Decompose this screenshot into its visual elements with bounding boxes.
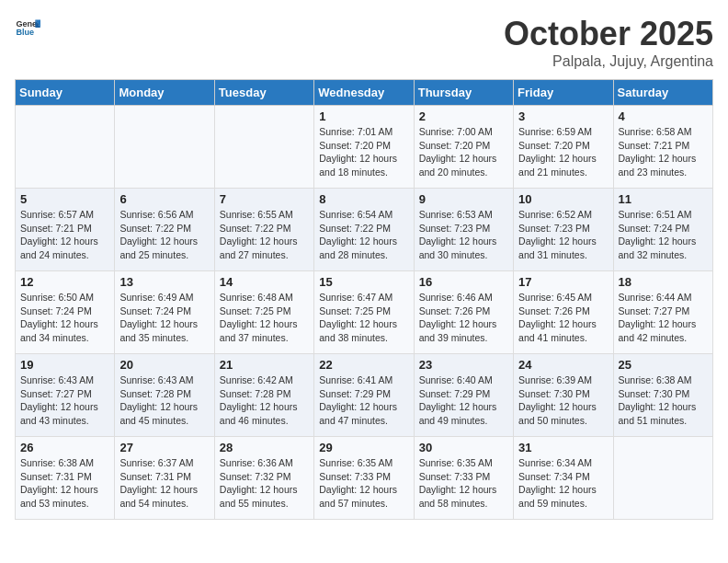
calendar-cell — [16, 106, 115, 189]
week-row-4: 19Sunrise: 6:43 AM Sunset: 7:27 PM Dayli… — [16, 354, 713, 437]
cell-text: Sunrise: 6:39 AM Sunset: 7:30 PM Dayligh… — [518, 373, 608, 428]
day-number: 5 — [20, 192, 109, 206]
week-row-2: 5Sunrise: 6:57 AM Sunset: 7:21 PM Daylig… — [16, 189, 713, 271]
calendar-cell: 24Sunrise: 6:39 AM Sunset: 7:30 PM Dayli… — [514, 354, 613, 437]
cell-text: Sunrise: 6:50 AM Sunset: 7:24 PM Dayligh… — [20, 291, 109, 345]
calendar-cell: 9Sunrise: 6:53 AM Sunset: 7:23 PM Daylig… — [414, 189, 513, 271]
day-number: 30 — [419, 441, 508, 454]
calendar-cell — [214, 106, 313, 189]
calendar-cell: 13Sunrise: 6:49 AM Sunset: 7:24 PM Dayli… — [115, 271, 214, 354]
day-number: 10 — [518, 192, 608, 206]
calendar-cell: 16Sunrise: 6:46 AM Sunset: 7:26 PM Dayli… — [414, 271, 513, 354]
day-number: 25 — [619, 358, 708, 372]
header: General Blue October 2025 Palpala, Jujuy… — [15, 15, 713, 70]
cell-text: Sunrise: 6:52 AM Sunset: 7:23 PM Dayligh… — [518, 208, 608, 262]
weekday-header-wednesday: Wednesday — [314, 80, 414, 106]
calendar-cell: 21Sunrise: 6:42 AM Sunset: 7:28 PM Dayli… — [214, 354, 313, 437]
calendar-cell — [115, 106, 214, 189]
day-number: 2 — [419, 109, 508, 123]
calendar-cell: 23Sunrise: 6:40 AM Sunset: 7:29 PM Dayli… — [414, 354, 513, 437]
cell-text: Sunrise: 6:44 AM Sunset: 7:27 PM Dayligh… — [619, 291, 708, 345]
calendar-cell: 17Sunrise: 6:45 AM Sunset: 7:26 PM Dayli… — [514, 271, 613, 354]
calendar-cell: 3Sunrise: 6:59 AM Sunset: 7:20 PM Daylig… — [514, 106, 613, 189]
day-number: 12 — [20, 275, 109, 289]
calendar-cell: 28Sunrise: 6:36 AM Sunset: 7:32 PM Dayli… — [214, 437, 313, 520]
cell-text: Sunrise: 6:57 AM Sunset: 7:21 PM Dayligh… — [20, 208, 109, 262]
cell-text: Sunrise: 6:38 AM Sunset: 7:30 PM Dayligh… — [619, 373, 708, 428]
title-area: October 2025 Palpala, Jujuy, Argentina — [504, 15, 713, 70]
calendar-cell: 14Sunrise: 6:48 AM Sunset: 7:25 PM Dayli… — [214, 271, 313, 354]
logo: General Blue — [15, 15, 40, 40]
day-number: 21 — [220, 358, 309, 372]
weekday-header-thursday: Thursday — [414, 80, 513, 106]
cell-text: Sunrise: 6:42 AM Sunset: 7:28 PM Dayligh… — [220, 373, 309, 428]
svg-text:Blue: Blue — [16, 28, 34, 37]
cell-text: Sunrise: 6:46 AM Sunset: 7:26 PM Dayligh… — [419, 291, 508, 345]
cell-text: Sunrise: 6:55 AM Sunset: 7:22 PM Dayligh… — [220, 208, 309, 262]
calendar-table: SundayMondayTuesdayWednesdayThursdayFrid… — [15, 79, 713, 520]
calendar-cell: 2Sunrise: 7:00 AM Sunset: 7:20 PM Daylig… — [414, 106, 513, 189]
cell-text: Sunrise: 6:40 AM Sunset: 7:29 PM Dayligh… — [419, 373, 508, 428]
cell-text: Sunrise: 6:47 AM Sunset: 7:25 PM Dayligh… — [319, 291, 408, 345]
cell-text: Sunrise: 6:37 AM Sunset: 7:31 PM Dayligh… — [119, 456, 209, 511]
day-number: 4 — [619, 109, 708, 123]
weekday-header-monday: Monday — [115, 80, 214, 106]
day-number: 23 — [419, 358, 508, 372]
weekday-header-friday: Friday — [514, 80, 613, 106]
day-number: 22 — [319, 358, 408, 372]
calendar-cell: 19Sunrise: 6:43 AM Sunset: 7:27 PM Dayli… — [16, 354, 115, 437]
cell-text: Sunrise: 6:48 AM Sunset: 7:25 PM Dayligh… — [220, 291, 309, 345]
cell-text: Sunrise: 6:35 AM Sunset: 7:33 PM Dayligh… — [419, 456, 508, 511]
cell-text: Sunrise: 7:01 AM Sunset: 7:20 PM Dayligh… — [319, 125, 408, 179]
calendar-cell: 10Sunrise: 6:52 AM Sunset: 7:23 PM Dayli… — [514, 189, 613, 271]
week-row-3: 12Sunrise: 6:50 AM Sunset: 7:24 PM Dayli… — [16, 271, 713, 354]
cell-text: Sunrise: 7:00 AM Sunset: 7:20 PM Dayligh… — [419, 125, 508, 179]
month-title: October 2025 — [504, 15, 713, 53]
day-number: 6 — [119, 192, 209, 206]
calendar-cell: 25Sunrise: 6:38 AM Sunset: 7:30 PM Dayli… — [613, 354, 712, 437]
cell-text: Sunrise: 6:34 AM Sunset: 7:34 PM Dayligh… — [518, 456, 608, 511]
cell-text: Sunrise: 6:36 AM Sunset: 7:32 PM Dayligh… — [220, 456, 309, 511]
calendar-cell: 5Sunrise: 6:57 AM Sunset: 7:21 PM Daylig… — [16, 189, 115, 271]
calendar-cell: 22Sunrise: 6:41 AM Sunset: 7:29 PM Dayli… — [314, 354, 414, 437]
cell-text: Sunrise: 6:59 AM Sunset: 7:20 PM Dayligh… — [518, 125, 608, 179]
calendar-cell: 7Sunrise: 6:55 AM Sunset: 7:22 PM Daylig… — [214, 189, 313, 271]
day-number: 1 — [319, 109, 408, 123]
cell-text: Sunrise: 6:53 AM Sunset: 7:23 PM Dayligh… — [419, 208, 508, 262]
day-number: 27 — [119, 441, 209, 454]
calendar-cell: 4Sunrise: 6:58 AM Sunset: 7:21 PM Daylig… — [613, 106, 712, 189]
day-number: 28 — [220, 441, 309, 454]
calendar-cell — [613, 437, 712, 520]
cell-text: Sunrise: 6:45 AM Sunset: 7:26 PM Dayligh… — [518, 291, 608, 345]
location-title: Palpala, Jujuy, Argentina — [504, 53, 713, 70]
day-number: 24 — [518, 358, 608, 372]
cell-text: Sunrise: 6:54 AM Sunset: 7:22 PM Dayligh… — [319, 208, 408, 262]
calendar-cell: 12Sunrise: 6:50 AM Sunset: 7:24 PM Dayli… — [16, 271, 115, 354]
day-number: 9 — [419, 192, 508, 206]
day-number: 11 — [619, 192, 708, 206]
calendar-cell: 8Sunrise: 6:54 AM Sunset: 7:22 PM Daylig… — [314, 189, 414, 271]
day-number: 14 — [220, 275, 309, 289]
calendar-cell: 6Sunrise: 6:56 AM Sunset: 7:22 PM Daylig… — [115, 189, 214, 271]
day-number: 18 — [619, 275, 708, 289]
calendar-cell: 1Sunrise: 7:01 AM Sunset: 7:20 PM Daylig… — [314, 106, 414, 189]
cell-text: Sunrise: 6:56 AM Sunset: 7:22 PM Dayligh… — [119, 208, 209, 262]
calendar-cell: 26Sunrise: 6:38 AM Sunset: 7:31 PM Dayli… — [16, 437, 115, 520]
calendar-cell: 20Sunrise: 6:43 AM Sunset: 7:28 PM Dayli… — [115, 354, 214, 437]
week-row-1: 1Sunrise: 7:01 AM Sunset: 7:20 PM Daylig… — [16, 106, 713, 189]
calendar-cell: 15Sunrise: 6:47 AM Sunset: 7:25 PM Dayli… — [314, 271, 414, 354]
calendar-cell: 18Sunrise: 6:44 AM Sunset: 7:27 PM Dayli… — [613, 271, 712, 354]
calendar-cell: 30Sunrise: 6:35 AM Sunset: 7:33 PM Dayli… — [414, 437, 513, 520]
calendar-cell: 31Sunrise: 6:34 AM Sunset: 7:34 PM Dayli… — [514, 437, 613, 520]
cell-text: Sunrise: 6:41 AM Sunset: 7:29 PM Dayligh… — [319, 373, 408, 428]
weekday-header-saturday: Saturday — [613, 80, 712, 106]
calendar-cell: 29Sunrise: 6:35 AM Sunset: 7:33 PM Dayli… — [314, 437, 414, 520]
calendar-cell: 27Sunrise: 6:37 AM Sunset: 7:31 PM Dayli… — [115, 437, 214, 520]
day-number: 16 — [419, 275, 508, 289]
cell-text: Sunrise: 6:49 AM Sunset: 7:24 PM Dayligh… — [119, 291, 209, 345]
day-number: 15 — [319, 275, 408, 289]
weekday-header-sunday: Sunday — [16, 80, 115, 106]
cell-text: Sunrise: 6:43 AM Sunset: 7:28 PM Dayligh… — [119, 373, 209, 428]
logo-icon: General Blue — [15, 15, 40, 40]
day-number: 17 — [518, 275, 608, 289]
